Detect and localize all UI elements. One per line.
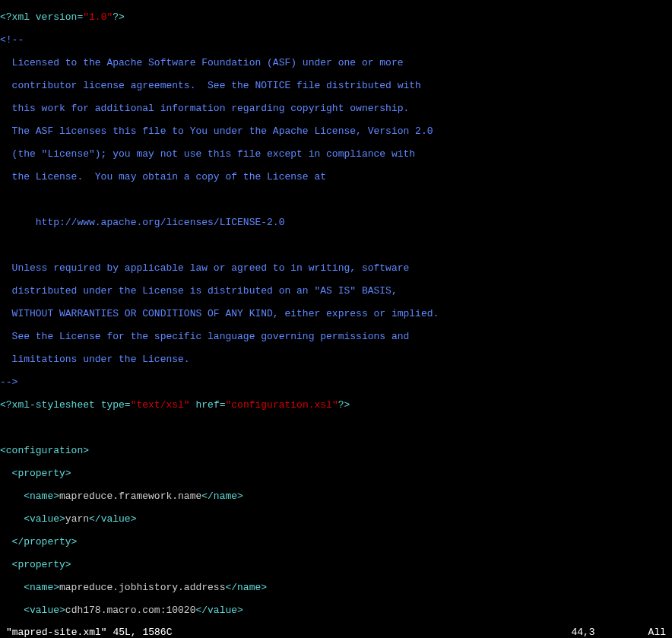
code-line: <?xml-stylesheet type="text/xsl" href="c… — [0, 399, 672, 411]
comment-line: http://www.apache.org/licenses/LICENSE-2… — [0, 217, 672, 228]
comment-line: The ASF licenses this file to You under … — [0, 125, 672, 137]
blank-line — [0, 422, 672, 433]
comment-line: Licensed to the Apache Software Foundati… — [0, 57, 672, 68]
comment-line: <!-- — [0, 34, 672, 46]
comment-line: WITHOUT WARRANTIES OR CONDITIONS OF ANY … — [0, 308, 672, 319]
status-percent: All — [648, 627, 666, 638]
comment-line: this work for additional information reg… — [0, 103, 672, 114]
code-line: <configuration> — [0, 445, 672, 456]
code-line: <name>mapreduce.jobhistory.address</name… — [0, 582, 672, 593]
comment-line — [0, 194, 672, 205]
status-filename: "mapred-site.xml" 45L, 1586C — [6, 627, 172, 638]
comment-line: the License. You may obtain a copy of th… — [0, 171, 672, 183]
code-line: <value>yarn</value> — [0, 513, 672, 525]
status-bar: "mapred-site.xml" 45L, 1586C 44,3 All — [0, 627, 672, 638]
comment-line: (the "License"); you may not use this fi… — [0, 148, 672, 160]
comment-line: contributor license agreements. See the … — [0, 80, 672, 91]
comment-line — [0, 240, 672, 251]
code-line: <name>mapreduce.framework.name</name> — [0, 490, 672, 502]
code-line: <property> — [0, 468, 672, 479]
comment-line: distributed under the License is distrib… — [0, 285, 672, 297]
status-position: 44,3 — [571, 627, 594, 638]
code-line: <property> — [0, 559, 672, 570]
comment-line: Unless required by applicable law or agr… — [0, 262, 672, 274]
editor-viewport[interactable]: <?xml version="1.0"?> <!-- Licensed to t… — [0, 0, 672, 627]
code-line: </property> — [0, 536, 672, 548]
comment-line: limitations under the License. — [0, 354, 672, 365]
code-line: <value>cdh178.macro.com:10020</value> — [0, 605, 672, 616]
code-line: <?xml version="1.0"?> — [0, 11, 672, 23]
comment-line: See the License for the specific languag… — [0, 331, 672, 342]
comment-line: --> — [0, 376, 672, 388]
